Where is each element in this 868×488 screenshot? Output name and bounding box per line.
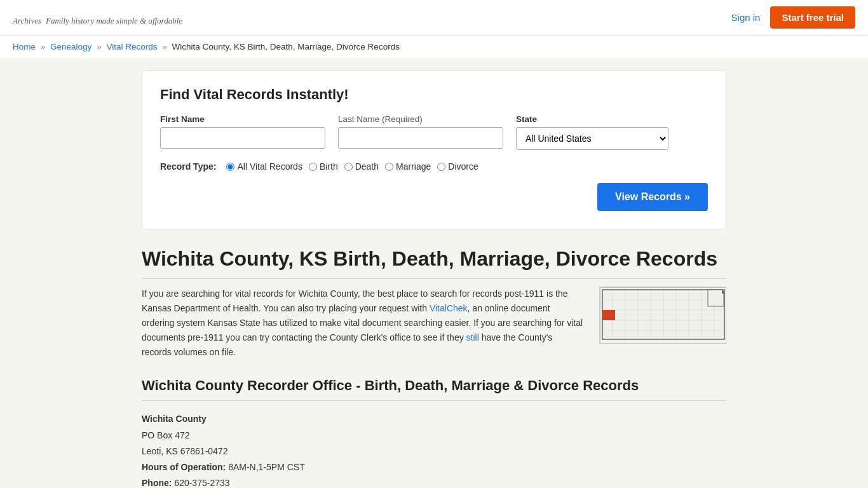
first-name-group: First Name [160, 114, 325, 150]
breadcrumb: Home » Genealogy » Vital Records » Wichi… [0, 36, 868, 58]
kansas-map [599, 287, 726, 344]
office-hours: Hours of Operation: 8AM-N,1-5PM CST [142, 459, 726, 475]
last-name-group: Last Name (Required) [338, 114, 503, 150]
state-select[interactable]: All United States Alabama Kansas Texas [516, 127, 668, 150]
radio-all[interactable] [226, 163, 234, 171]
hours-label: Hours of Operation: [142, 462, 226, 472]
vitalchek-link[interactable]: VitalChek [430, 303, 468, 313]
logo-tagline: Family history made simple & affordable [46, 16, 182, 25]
svg-rect-17 [602, 310, 615, 320]
breadcrumb-sep-1: » [41, 42, 46, 51]
logo-text: Archives [13, 16, 41, 25]
site-header: Archives Family history made simple & af… [0, 0, 868, 36]
still-link[interactable]: still [466, 332, 479, 342]
record-type-row: Record Type: All Vital Records Birth Dea… [160, 161, 708, 172]
start-trial-button[interactable]: Start free trial [770, 6, 855, 29]
phone-label: Phone: [142, 478, 172, 488]
office-address2: Leoti, KS 67861-0472 [142, 444, 726, 459]
record-type-all[interactable]: All Vital Records [226, 161, 302, 172]
search-box: Find Vital Records Instantly! First Name… [142, 71, 726, 229]
phone-value: 620-375-2733 [174, 478, 229, 488]
first-name-label: First Name [160, 114, 325, 124]
record-type-label: Record Type: [160, 161, 216, 172]
record-type-marriage[interactable]: Marriage [385, 161, 431, 172]
office-info: Wichita County PO Box 472 Leoti, KS 6786… [142, 411, 726, 488]
kansas-map-svg [600, 287, 726, 344]
office-address1: PO Box 472 [142, 428, 726, 444]
radio-death[interactable] [344, 163, 353, 171]
breadcrumb-sep-3: » [162, 42, 167, 51]
office-phone: Phone: 620-375-2733 [142, 475, 726, 488]
breadcrumb-sep-2: » [97, 42, 102, 51]
svg-marker-15 [708, 290, 724, 306]
search-fields: First Name Last Name (Required) State Al… [160, 114, 708, 150]
breadcrumb-genealogy[interactable]: Genealogy [50, 42, 92, 51]
first-name-input[interactable] [160, 127, 325, 149]
last-name-input[interactable] [338, 127, 503, 149]
breadcrumb-home[interactable]: Home [13, 42, 36, 51]
breadcrumb-current: Wichita County, KS Birth, Death, Marriag… [172, 42, 400, 51]
header-right: Sign in Start free trial [731, 6, 855, 29]
state-group: State All United States Alabama Kansas T… [516, 114, 668, 150]
record-type-birth[interactable]: Birth [309, 161, 338, 172]
recorder-section: Wichita County Recorder Office - Birth, … [142, 377, 726, 488]
description-text: If you are searching for vital records f… [142, 287, 584, 360]
radio-divorce[interactable] [437, 163, 445, 171]
office-name: Wichita County [142, 414, 207, 424]
state-label: State [516, 114, 668, 124]
search-title: Find Vital Records Instantly! [160, 86, 708, 103]
page-title: Wichita County, KS Birth, Death, Marriag… [142, 247, 726, 279]
radio-marriage[interactable] [385, 163, 393, 171]
record-type-divorce[interactable]: Divorce [437, 161, 478, 172]
sign-in-link[interactable]: Sign in [731, 12, 761, 23]
description-section: If you are searching for vital records f… [142, 287, 726, 360]
breadcrumb-vital-records[interactable]: Vital Records [106, 42, 157, 51]
search-btn-row: View Records » [160, 183, 708, 211]
last-name-required: (Required) [382, 114, 423, 124]
site-logo: Archives Family history made simple & af… [13, 8, 182, 28]
recorder-title: Wichita County Recorder Office - Birth, … [142, 377, 726, 401]
hours-value: 8AM-N,1-5PM CST [228, 462, 305, 472]
radio-birth[interactable] [309, 163, 317, 171]
header-left: Archives Family history made simple & af… [13, 8, 182, 28]
record-type-death[interactable]: Death [344, 161, 379, 172]
main-content: Find Vital Records Instantly! First Name… [129, 58, 739, 488]
last-name-label: Last Name (Required) [338, 114, 503, 124]
view-records-button[interactable]: View Records » [597, 183, 708, 211]
svg-rect-0 [600, 287, 726, 344]
